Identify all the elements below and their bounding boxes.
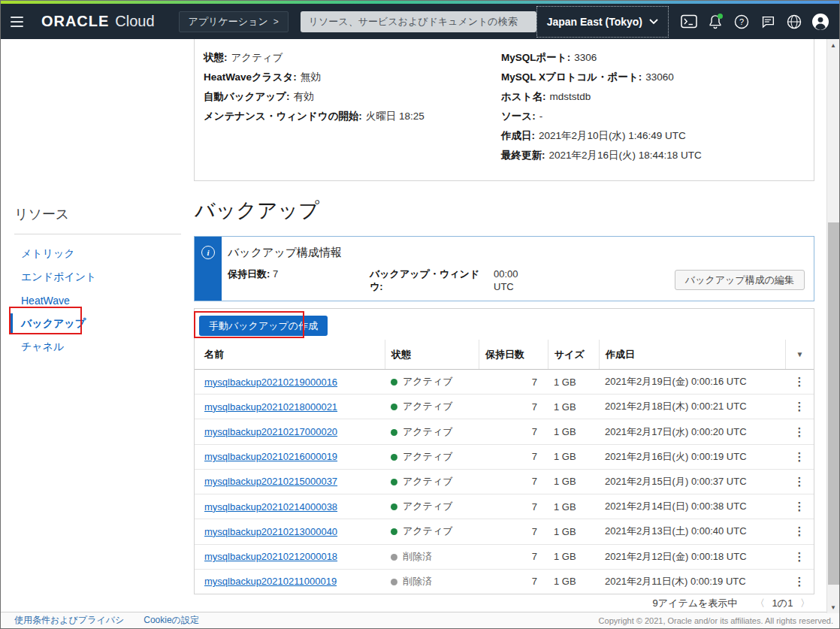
scrollbar-thumb[interactable] [828, 222, 839, 585]
instance-details-card: 状態:アクティブHeatWaveクラスタ:無効自動バックアップ:有効メンテナンス… [194, 39, 814, 181]
row-actions-kebab-icon[interactable]: ⋮ [785, 575, 814, 588]
column-header-created[interactable]: 作成日 [599, 340, 785, 369]
detail-label: 自動バックアップ: [204, 91, 289, 102]
banner-body: バックアップ構成情報 保持日数: 7 バックアップ・ウィンドウ: 00:00 U… [222, 237, 814, 301]
backup-name-link[interactable]: mysqlbackup20210218000021 [204, 401, 337, 413]
sidebar-item-チャネル[interactable]: チャネル [1, 335, 194, 358]
created-cell: 2021年2月17日(水) 0:00:20 UTC [599, 425, 785, 439]
detail-field: ソース:- [501, 107, 802, 126]
terms-privacy-link[interactable]: 使用条件およびプライバシ [14, 614, 124, 627]
help-icon[interactable]: ? [732, 12, 751, 32]
created-cell: 2021年2月12日(金) 0:00:18 UTC [599, 550, 785, 564]
backup-name-cell: mysqlbackup20210215000037 [195, 476, 385, 487]
row-actions-kebab-icon[interactable]: ⋮ [785, 500, 814, 513]
page-title: バックアップ [195, 197, 319, 224]
notification-badge-dot [718, 14, 723, 19]
oracle-cloud-logo[interactable]: ORACLE Cloud [41, 13, 155, 30]
table-row: mysqlbackup20210212000018削除済71 GB2021年2月… [195, 545, 814, 570]
backup-name-link[interactable]: mysqlbackup20210214000038 [204, 501, 337, 513]
page-prev-icon[interactable]: 〈 [755, 597, 765, 609]
language-globe-icon[interactable] [784, 12, 804, 32]
row-actions-kebab-icon[interactable]: ⋮ [785, 550, 814, 564]
retention-cell: 7 [479, 476, 548, 487]
cloud-shell-icon[interactable] [679, 12, 699, 32]
status-dot [391, 429, 397, 436]
backup-name-link[interactable]: mysqlbackup20210211000019 [204, 576, 337, 587]
sidebar-items: メトリックエンドポイントHeatWaveバックアップチャネル [1, 242, 194, 358]
pagination-bar: 9アイテムを表示中 〈 1の1 〉 [194, 597, 814, 610]
sidebar-item-label: HeatWave [21, 295, 70, 307]
column-header-retention[interactable]: 保持日数 [479, 340, 548, 369]
backup-name-link[interactable]: mysqlbackup20210217000020 [204, 426, 337, 437]
backup-name-link[interactable]: mysqlbackup20210215000037 [204, 476, 337, 487]
table-row: mysqlbackup20210217000020アクティブ71 GB2021年… [195, 419, 814, 444]
backup-name-link[interactable]: mysqlbackup20210216000019 [204, 451, 337, 462]
status-cell: アクティブ [385, 375, 479, 389]
size-cell: 1 GB [548, 576, 599, 587]
scroll-up-arrow-icon[interactable]: ▲ [827, 39, 839, 51]
status-label: アクティブ [403, 500, 453, 512]
hamburger-menu-icon[interactable] [11, 17, 23, 27]
sort-caret-icon[interactable]: ▼ [785, 340, 814, 369]
create-manual-backup-button[interactable]: 手動バックアップの作成 [199, 316, 328, 336]
items-shown-summary: 9アイテムを表示中 [653, 597, 738, 609]
detail-field: MySQL Xプロトコル・ポート:33060 [501, 68, 802, 87]
detail-label: ホスト名: [501, 91, 545, 102]
vertical-scrollbar[interactable]: ▲ ▼ [826, 39, 839, 613]
column-header-size[interactable]: サイズ [548, 340, 599, 369]
backup-name-cell: mysqlbackup20210218000021 [195, 401, 385, 413]
region-selector[interactable]: Japan East (Tokyo) [536, 6, 669, 38]
backup-window-label: バックアップ・ウィンドウ: [370, 268, 482, 293]
global-search-input[interactable] [301, 11, 536, 32]
column-header-name[interactable]: 名前 [195, 340, 385, 369]
oracle-cloud-console: ORACLE Cloud アプリケーション > Japan East (Toky… [0, 0, 840, 629]
column-header-status[interactable]: 状態 [385, 340, 479, 369]
backup-name-link[interactable]: mysqlbackup20210213000040 [204, 526, 337, 537]
edit-backup-config-button[interactable]: バックアップ構成の編集 [675, 270, 805, 290]
backup-name-link[interactable]: mysqlbackup20210212000018 [204, 551, 337, 562]
resources-sidebar: リソース メトリックエンドポイントHeatWaveバックアップチャネル [1, 192, 194, 358]
page-next-icon[interactable]: 〉 [800, 597, 810, 609]
table-row: mysqlbackup20210219000016アクティブ71 GB2021年… [195, 370, 814, 395]
detail-label: ソース: [501, 110, 536, 122]
detail-label: MySQLポート: [501, 52, 570, 63]
profile-avatar-icon[interactable] [811, 12, 830, 32]
created-cell: 2021年2月14日(日) 0:00:38 UTC [599, 500, 785, 513]
detail-value: アクティブ [231, 52, 283, 63]
detail-label: HeatWaveクラスタ: [204, 71, 297, 83]
status-label: アクティブ [403, 401, 453, 412]
row-actions-kebab-icon[interactable]: ⋮ [785, 375, 814, 389]
row-actions-kebab-icon[interactable]: ⋮ [785, 450, 814, 464]
page-indicator: 1の1 [772, 597, 793, 609]
backup-name-cell: mysqlbackup20210211000019 [195, 576, 385, 587]
row-actions-kebab-icon[interactable]: ⋮ [785, 475, 814, 488]
created-cell: 2021年2月18日(木) 0:00:21 UTC [599, 400, 785, 413]
details-left: 状態:アクティブHeatWaveクラスタ:無効自動バックアップ:有効メンテナンス… [204, 48, 501, 165]
brand-cloud: Cloud [115, 13, 154, 30]
backup-name-cell: mysqlbackup20210214000038 [195, 501, 385, 513]
row-actions-kebab-icon[interactable]: ⋮ [785, 425, 814, 439]
status-cell: アクティブ [385, 500, 479, 513]
detail-value: 3306 [574, 52, 597, 63]
scroll-down-arrow-icon[interactable]: ▼ [827, 601, 839, 613]
backup-name-cell: mysqlbackup20210212000018 [195, 551, 385, 562]
status-dot [391, 404, 397, 410]
status-label: アクティブ [403, 426, 453, 437]
detail-value: 有効 [293, 91, 313, 102]
row-actions-kebab-icon[interactable]: ⋮ [785, 400, 814, 413]
retention-cell: 7 [479, 551, 548, 562]
sidebar-item-heatwave[interactable]: HeatWave [1, 289, 194, 312]
announcements-icon[interactable] [758, 12, 778, 32]
retention-cell: 7 [479, 501, 548, 513]
notifications-bell-icon[interactable] [706, 12, 725, 32]
sidebar-item-メトリック[interactable]: メトリック [1, 242, 194, 265]
row-actions-kebab-icon[interactable]: ⋮ [785, 525, 814, 538]
sidebar-item-エンドポイント[interactable]: エンドポイント [1, 265, 194, 289]
cookie-settings-link[interactable]: Cookieの設定 [144, 614, 199, 627]
backup-name-link[interactable]: mysqlbackup20210219000016 [204, 376, 337, 388]
applications-menu-button[interactable]: アプリケーション > [179, 11, 289, 32]
table-row: mysqlbackup20210211000019削除済71 GB2021年2月… [195, 570, 814, 594]
backup-name-cell: mysqlbackup20210216000019 [195, 451, 385, 462]
detail-label: 作成日: [501, 130, 535, 141]
sidebar-item-バックアップ[interactable]: バックアップ [1, 312, 194, 335]
